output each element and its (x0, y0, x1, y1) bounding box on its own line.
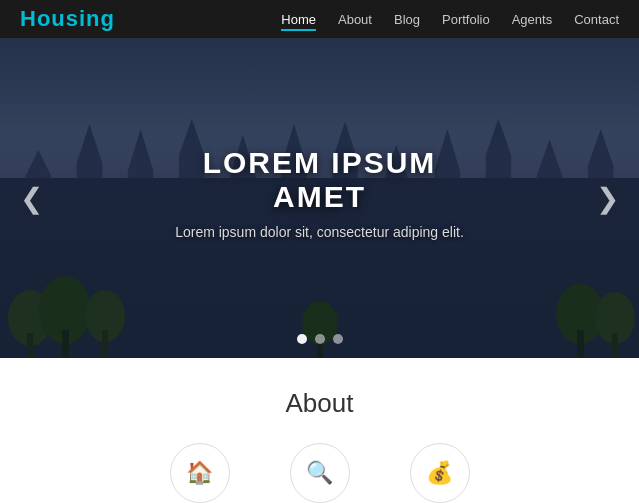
about-title: About (20, 388, 619, 419)
slider-dot-2[interactable] (333, 334, 343, 344)
about-icons-row: 🏠🔍💰 (20, 443, 619, 503)
nav-links: HomeAboutBlogPortfolioAgentsContact (281, 10, 619, 28)
nav-link-home[interactable]: Home (281, 12, 316, 31)
hero-slider: LOREM IPSUM AMET Lorem ipsum dolor sit, … (0, 38, 639, 358)
nav-link-portfolio[interactable]: Portfolio (442, 12, 490, 27)
slider-prev-button[interactable]: ❮ (8, 174, 55, 223)
logo-text-main: Hous (20, 6, 79, 31)
slider-dots (297, 334, 343, 344)
nav-item-agents[interactable]: Agents (512, 10, 552, 28)
nav-item-about[interactable]: About (338, 10, 372, 28)
nav-item-contact[interactable]: Contact (574, 10, 619, 28)
nav-item-blog[interactable]: Blog (394, 10, 420, 28)
search-icon: 🔍 (290, 443, 350, 503)
about-icon-item-2: 💰 (410, 443, 470, 503)
nav-link-blog[interactable]: Blog (394, 12, 420, 27)
site-logo: Housing (20, 6, 115, 32)
money-icon: 💰 (410, 443, 470, 503)
slider-dot-1[interactable] (315, 334, 325, 344)
slider-dot-0[interactable] (297, 334, 307, 344)
hero-content: LOREM IPSUM AMET Lorem ipsum dolor sit, … (160, 146, 480, 240)
nav-item-portfolio[interactable]: Portfolio (442, 10, 490, 28)
home-icon: 🏠 (170, 443, 230, 503)
about-section: About 🏠🔍💰 Lorem ipsum dolor sit, consect… (0, 358, 639, 503)
nav-link-contact[interactable]: Contact (574, 12, 619, 27)
nav-link-agents[interactable]: Agents (512, 12, 552, 27)
logo-text-accent: ing (79, 6, 115, 31)
nav-item-home[interactable]: Home (281, 10, 316, 28)
hero-heading: LOREM IPSUM AMET (160, 146, 480, 214)
hero-subtext: Lorem ipsum dolor sit, consectetur adipi… (160, 224, 480, 240)
navbar: Housing HomeAboutBlogPortfolioAgentsCont… (0, 0, 639, 38)
about-icon-item-1: 🔍 (290, 443, 350, 503)
nav-link-about[interactable]: About (338, 12, 372, 27)
slider-next-button[interactable]: ❯ (584, 174, 631, 223)
about-icon-item-0: 🏠 (170, 443, 230, 503)
